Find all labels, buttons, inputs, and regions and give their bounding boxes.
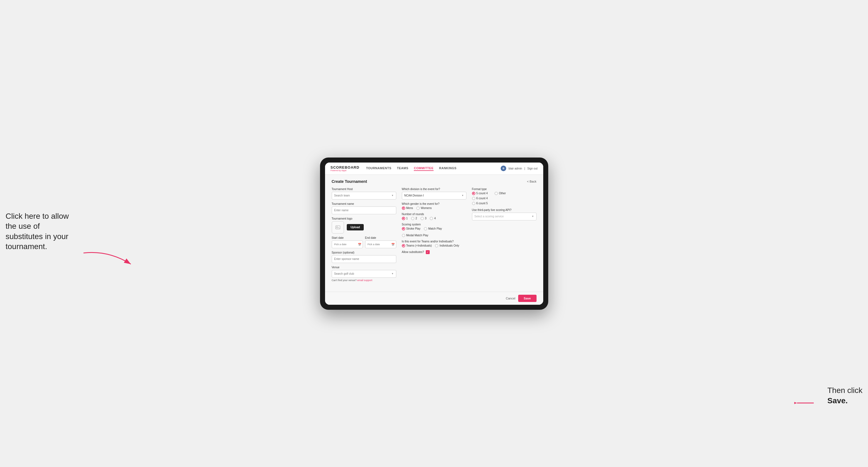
scoring-api-group: Use third-party live scoring API? Select… [472,209,536,220]
cancel-button[interactable]: Cancel [506,297,516,300]
tournament-host-input-wrapper[interactable]: ▼ [332,192,396,199]
rounds-group: Number of rounds 1 2 [402,213,466,220]
tournament-name-input[interactable] [332,207,396,214]
upload-button[interactable]: Upload [347,224,364,230]
round-4[interactable]: 4 [430,217,436,220]
start-date-label: Start date [332,236,363,239]
radio-individuals-circle [435,244,438,247]
division-value: NCAA Division I [404,194,424,197]
tournament-host-label: Tournament Host [332,188,396,191]
nav-tournaments[interactable]: TOURNAMENTS [366,166,391,171]
allow-substitutes-label: Allow substitutes? [402,250,424,253]
form-col-3: Format type 5 count 4 Other [472,188,536,284]
logo-subtext: Powered by clippd [331,169,360,172]
tablet-frame: SCOREBOARD Powered by clippd TOURNAMENTS… [320,158,548,310]
scoring-system-label: Scoring system [402,223,466,226]
sign-out-link[interactable]: Sign out [527,167,538,170]
match-play[interactable]: Match Play [424,227,442,230]
teams-plus-individuals[interactable]: Teams (+Individuals) [402,244,432,247]
nav-right: B blair admin | Sign out [501,165,537,171]
tablet-screen: SCOREBOARD Powered by clippd TOURNAMENTS… [325,162,543,305]
arrow-left [81,247,136,270]
rounds-label: Number of rounds [402,213,466,216]
nav-committee[interactable]: COMMITTEE [414,166,434,171]
date-group: Start date 📅 End date 📅 [332,236,396,248]
start-date-wrapper: 📅 [332,241,363,248]
avatar: B [501,165,506,171]
radio-other-circle [495,192,498,195]
end-date-label: End date [365,236,396,239]
gender-womens[interactable]: Womens [416,207,432,210]
form-footer: Cancel Save [325,292,543,305]
sponsor-input[interactable] [332,255,396,263]
format-6count5[interactable]: 6 count 5 [472,202,488,205]
save-button[interactable]: Save [518,295,536,302]
tournament-logo-group: Tournament logo Upload [332,217,396,234]
tournament-host-group: Tournament Host ▼ [332,188,396,199]
sponsor-group: Sponsor (optional) [332,251,396,263]
logo-text: SCOREBOARD [331,165,360,169]
radio-5count4-circle [472,192,475,195]
gender-mens[interactable]: Mens [402,207,413,210]
round-3[interactable]: 3 [421,217,427,220]
round-2[interactable]: 2 [411,217,417,220]
page-title: Create Tournament [332,179,367,184]
page-content: Create Tournament Back Tournament Host ▼… [325,175,543,292]
email-support-link[interactable]: email support [357,279,372,282]
venue-help: Can't find your venue? email support [332,279,396,282]
radio-round1-circle [402,217,405,220]
venue-input[interactable] [334,272,392,275]
logo-upload-area: Upload [332,221,396,234]
format-6count4[interactable]: 6 count 4 [472,197,488,200]
radio-stroke-circle [402,227,405,230]
radio-womens-circle [416,207,420,210]
rounds-radio-group: 1 2 3 4 [402,217,466,220]
format-5count4[interactable]: 5 count 4 [472,192,488,195]
format-row-3: 6 count 5 [472,202,536,205]
radio-teams-circle [402,244,405,247]
individuals-only[interactable]: Individuals Only [435,244,459,247]
venue-group: Venue ▼ Can't find your venue? email sup… [332,266,396,282]
allow-substitutes-checkbox[interactable]: ✓ [426,250,430,254]
chevron-down-icon-division: ▼ [462,194,464,197]
nav-rankings[interactable]: RANKINGS [439,166,457,171]
date-row: Start date 📅 End date 📅 [332,236,396,248]
end-date-group: End date 📅 [365,236,396,248]
scoring-api-placeholder: Select a scoring service [474,215,504,218]
venue-label: Venue [332,266,396,269]
user-label: blair admin [508,167,522,170]
allow-substitutes-group: Allow substitutes? ✓ [402,250,466,254]
form-col-1: Tournament Host ▼ Tournament name Tourna… [332,188,396,284]
tournament-host-input[interactable] [334,194,392,197]
venue-input-wrapper[interactable]: ▼ [332,270,396,278]
event-type-radio-group: Teams (+Individuals) Individuals Only [402,244,466,247]
app-logo: SCOREBOARD Powered by clippd [331,165,360,172]
scoring-api-select[interactable]: Select a scoring service ▼ [472,213,536,220]
medal-match-play[interactable]: Medal Match Play [402,234,428,237]
logo-placeholder [332,221,344,234]
division-select-wrapper[interactable]: NCAA Division I ▼ [402,192,466,199]
gender-group: Which gender is the event for? Mens Wome… [402,202,466,210]
radio-round3-circle [421,217,424,220]
radio-womens-label: Womens [421,207,432,210]
svg-point-3 [337,226,338,227]
nav-teams[interactable]: TEAMS [397,166,408,171]
radio-match-circle [424,227,427,230]
format-other[interactable]: Other [495,192,506,195]
division-group: Which division is the event for? NCAA Di… [402,188,466,199]
radio-round4-circle [430,217,433,220]
radio-mens-circle [402,207,405,210]
format-row-2: 6 count 4 [472,197,536,200]
stroke-play[interactable]: Stroke Play [402,227,421,230]
division-label: Which division is the event for? [402,188,466,191]
event-type-label: Is this event for Teams and/or Individua… [402,240,466,243]
annotation-right: Then click Save. [827,385,862,406]
arrow-right [794,399,816,407]
format-row-1: 5 count 4 Other [472,192,536,195]
back-button[interactable]: Back [527,180,536,183]
radio-mens-label: Mens [406,207,413,210]
event-type-group: Is this event for Teams and/or Individua… [402,240,466,247]
gender-label: Which gender is the event for? [402,202,466,206]
round-1[interactable]: 1 [402,217,408,220]
nav-items: TOURNAMENTS TEAMS COMMITTEE RANKINGS [366,166,501,171]
